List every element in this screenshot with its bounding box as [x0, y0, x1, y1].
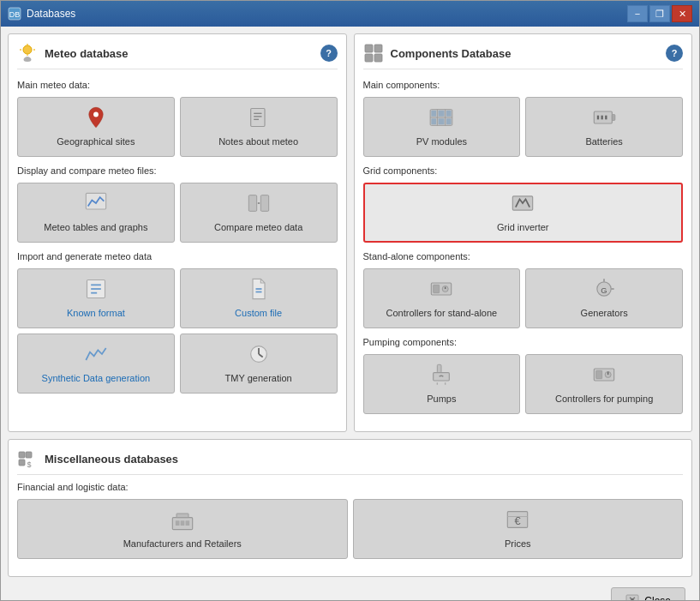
components-main-buttons: PV modules Batteries — [363, 97, 684, 157]
components-main-label: Main components: — [363, 80, 684, 90]
meteo-help-button[interactable]: ? — [320, 45, 338, 62]
batteries-label: Batteries — [585, 135, 622, 147]
meteo-main-buttons: Geographical sites Notes about meteo — [17, 97, 338, 157]
misc-panel-icon: $ — [17, 448, 38, 469]
meteo-panel-icon — [17, 43, 38, 63]
meteo-import-buttons: Known format Custom file — [17, 268, 338, 394]
svg-rect-64 — [176, 514, 188, 518]
svg-rect-27 — [365, 54, 373, 62]
svg-rect-35 — [446, 111, 452, 117]
meteo-panel-header: Meteo database ? — [17, 43, 338, 69]
svg-rect-54 — [434, 373, 450, 381]
batteries-icon — [592, 105, 616, 132]
controllers-standalone-label: Controllers for stand-alone — [386, 307, 498, 319]
misc-panel-title: Miscellaneous databases — [45, 453, 683, 466]
compare-meteo-data-button[interactable]: Compare meteo data — [180, 183, 338, 243]
geographical-sites-button[interactable]: Geographical sites — [17, 97, 175, 157]
svg-text:G: G — [601, 286, 607, 295]
generators-button[interactable]: G Generators — [525, 268, 683, 328]
pumps-label: Pumps — [427, 393, 456, 405]
notes-about-meteo-button[interactable]: Notes about meteo — [180, 97, 338, 157]
svg-rect-61 — [19, 460, 25, 466]
grid-inverter-icon — [511, 191, 535, 218]
app-icon: DB — [8, 7, 21, 21]
geographical-sites-label: Geographical sites — [57, 135, 135, 147]
main-content: Meteo database ? Main meteo data: Geogra… — [1, 27, 699, 600]
prices-label: Prices — [505, 538, 531, 550]
pumps-icon — [429, 363, 453, 389]
svg-rect-60 — [26, 452, 32, 458]
meteo-display-label: Display and compare meteo files: — [17, 165, 338, 176]
components-panel-header: Components Database ? — [363, 43, 684, 69]
pv-modules-icon — [429, 105, 453, 132]
close-icon — [625, 592, 639, 600]
svg-point-2 — [23, 45, 32, 54]
prices-button[interactable]: € Prices — [353, 499, 684, 559]
custom-file-label: Custom file — [235, 307, 282, 319]
svg-rect-34 — [439, 111, 445, 117]
svg-rect-40 — [612, 115, 615, 121]
known-format-label: Known format — [67, 307, 125, 319]
pv-modules-label: PV modules — [416, 135, 467, 147]
manufacturers-icon — [171, 508, 194, 534]
svg-rect-26 — [374, 45, 382, 52]
meteo-panel: Meteo database ? Main meteo data: Geogra… — [8, 33, 347, 432]
components-panel: Components Database ? Main components: — [354, 33, 693, 432]
svg-rect-37 — [439, 119, 445, 125]
svg-rect-8 — [250, 109, 264, 127]
chart-icon — [84, 191, 108, 218]
pumping-buttons: Pumps Controllers for pumping — [363, 354, 684, 414]
compare-icon — [247, 191, 271, 218]
controllers-pumping-icon — [592, 363, 616, 389]
controllers-pumping-button[interactable]: Controllers for pumping — [525, 354, 683, 414]
custom-file-button[interactable]: Custom file — [180, 268, 338, 328]
svg-text:DB: DB — [9, 10, 21, 19]
pumping-section-label: Pumping components: — [363, 337, 684, 347]
svg-rect-13 — [248, 195, 256, 212]
controllers-standalone-icon — [429, 277, 453, 304]
svg-rect-59 — [19, 452, 25, 458]
window-controls: − ❐ ✕ — [627, 5, 692, 22]
svg-rect-38 — [446, 119, 452, 125]
close-button-label: Close — [644, 595, 671, 601]
misc-panel: $ Miscellaneous databases Financial and … — [8, 439, 692, 577]
svg-rect-65 — [176, 521, 180, 526]
misc-panel-header: $ Miscellaneous databases — [17, 448, 683, 475]
components-help-button[interactable]: ? — [666, 45, 683, 62]
batteries-button[interactable]: Batteries — [525, 97, 683, 157]
meteo-display-buttons: Meteo tables and graphs Compare meteo da… — [17, 183, 338, 243]
pv-modules-button[interactable]: PV modules — [363, 97, 521, 157]
generators-label: Generators — [581, 307, 628, 319]
notes-about-meteo-label: Notes about meteo — [218, 135, 298, 147]
main-window: DB Databases − ❐ ✕ — [0, 0, 700, 601]
synthetic-data-label: Synthetic Data generation — [42, 372, 151, 384]
known-format-icon — [84, 277, 108, 304]
standalone-section-label: Stand-alone components: — [363, 251, 684, 261]
tmy-generation-label: TMY generation — [225, 372, 292, 384]
grid-buttons: Grid inverter — [363, 183, 684, 243]
components-panel-title: Components Database — [391, 47, 667, 60]
synthetic-data-icon — [84, 342, 108, 369]
svg-rect-67 — [185, 521, 189, 526]
known-format-button[interactable]: Known format — [17, 268, 175, 328]
pumps-button[interactable]: Pumps — [363, 354, 521, 414]
generators-icon: G — [592, 277, 616, 304]
svg-text:$: $ — [27, 460, 31, 469]
footer: Close — [8, 584, 692, 600]
manufacturers-button[interactable]: Manufacturers and Retailers — [17, 499, 348, 559]
grid-inverter-button[interactable]: Grid inverter — [363, 183, 684, 243]
close-button[interactable]: Close — [611, 587, 685, 600]
window-close-button[interactable]: ✕ — [672, 5, 692, 22]
location-icon — [84, 105, 108, 132]
svg-rect-53 — [438, 365, 442, 373]
meteo-import-label: Import and generate meteo data — [17, 251, 338, 261]
restore-button[interactable]: ❐ — [649, 5, 670, 22]
meteo-tables-graphs-label: Meteo tables and graphs — [44, 221, 147, 233]
minimize-button[interactable]: − — [627, 5, 648, 22]
meteo-tables-graphs-button[interactable]: Meteo tables and graphs — [17, 183, 175, 243]
meteo-main-label: Main meteo data: — [17, 80, 338, 90]
misc-buttons: Manufacturers and Retailers € Prices — [17, 499, 683, 559]
synthetic-data-button[interactable]: Synthetic Data generation — [17, 334, 175, 394]
controllers-standalone-button[interactable]: Controllers for stand-alone — [363, 268, 521, 328]
tmy-generation-button[interactable]: TMY generation — [180, 334, 338, 394]
